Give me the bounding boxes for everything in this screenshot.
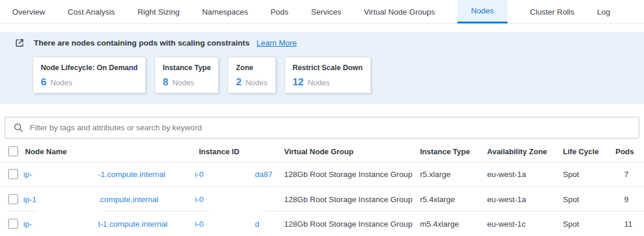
card-title: Restrict Scale Down [293,64,363,72]
card-count: 6 [41,77,46,88]
instance-id-link[interactable]: i-0 [195,195,204,204]
col-virtual-node-group: Virtual Node Group [284,147,354,155]
filter-bar [5,117,639,138]
col-pods: Pods [615,147,634,155]
tab-namespaces[interactable]: Namespaces [202,0,248,23]
row-checkbox[interactable] [8,219,18,229]
tab-overview[interactable]: Overview [12,0,45,23]
life-cycle-value: Spot [563,220,579,228]
tab-virtual-node-groups[interactable]: Virtual Node Groups [364,0,435,23]
card-unit: Nodes [246,78,268,87]
life-cycle-value: Spot [563,195,579,204]
card-unit: Nodes [172,78,194,87]
card-zone[interactable]: Zone 2 Nodes [228,57,275,93]
instance-id-link[interactable]: da87 [255,170,272,179]
col-instance-id: Instance ID [199,147,239,155]
pods-count: 9 [624,195,629,204]
tab-bar: Overview Cost Analysis Right Sizing Name… [0,0,644,24]
constraint-cards: Node Lifecycle: On Demand 6 Nodes Instan… [33,57,371,93]
instance-type-value: r5.xlarge [420,170,451,179]
node-name-link[interactable]: -1.compute.internal [98,170,166,179]
external-link-icon [15,38,24,48]
node-name-link[interactable]: .compute.internal [98,195,159,204]
instance-id-link[interactable]: d [255,220,260,228]
availability-zone-value: eu-west-1a [487,170,526,179]
filter-input[interactable] [29,123,633,133]
availability-zone-value: eu-west-1a [487,195,526,204]
scaling-constraints-banner: There are nodes containing pods with sca… [0,32,644,104]
row-checkbox[interactable] [8,195,18,204]
card-count: 2 [236,77,241,88]
learn-more-link[interactable]: Learn More [257,39,297,47]
tab-nodes[interactable]: Nodes [457,0,507,23]
tab-services[interactable]: Services [311,0,341,23]
col-life-cycle: Life Cycle [563,147,598,155]
tab-pods[interactable]: Pods [271,0,289,23]
col-node-name: Node Name [25,147,67,155]
virtual-node-group-value: 128Gb Root Storage Instance Group [284,220,412,228]
instance-id-link[interactable]: i-0 [195,170,204,179]
col-instance-type: Instance Type [420,147,470,155]
banner-message: There are nodes containing pods with sca… [34,39,250,47]
tab-right-sizing[interactable]: Right Sizing [138,0,180,23]
row-checkbox[interactable] [8,169,18,179]
tab-cost-analysis[interactable]: Cost Analysis [68,0,115,23]
card-node-lifecycle[interactable]: Node Lifecycle: On Demand 6 Nodes [33,57,146,93]
tab-cluster-rolls[interactable]: Cluster Rolls [530,0,575,23]
tab-log[interactable]: Log [597,0,610,23]
col-availability-zone: Availability Zone [487,147,547,155]
card-count: 12 [293,77,304,88]
table-row: ip- t-1.compute.internal i-0 d 128Gb Roo… [0,211,644,236]
select-all-checkbox[interactable] [8,146,18,156]
card-title: Node Lifecycle: On Demand [41,64,138,72]
node-name-link[interactable]: ip-1 [23,195,37,204]
nodes-page: Overview Cost Analysis Right Sizing Name… [0,0,644,236]
banner-header: There are nodes containing pods with sca… [15,38,297,48]
availability-zone-value: eu-west-1c [487,220,526,228]
card-restrict-scale-down[interactable]: Restrict Scale Down 12 Nodes [285,57,371,93]
pods-count: 7 [624,170,629,179]
table-row: ip- -1.compute.internal i-0 da87 128Gb R… [0,162,644,187]
instance-type-value: m5.4xlarge [420,220,459,228]
table-row: ip-1 .compute.internal i-0 128Gb Root St… [0,187,644,211]
search-icon [13,123,24,133]
node-name-link[interactable]: ip- [23,170,32,179]
card-title: Zone [236,64,267,72]
card-title: Instance Type [163,64,211,72]
instance-type-value: r5.4xlarge [420,195,455,204]
virtual-node-group-value: 128Gb Root Storage Instance Group [284,195,412,204]
node-name-link[interactable]: ip- [23,220,32,228]
node-name-link[interactable]: t-1.compute.internal [98,220,167,228]
card-count: 8 [163,77,168,88]
card-unit: Nodes [307,78,330,87]
card-instance-type[interactable]: Instance Type 8 Nodes [155,57,219,93]
life-cycle-value: Spot [563,170,579,179]
table-header: Node Name Instance ID Virtual Node Group… [0,140,644,162]
virtual-node-group-value: 128Gb Root Storage Instance Group [284,170,412,179]
instance-id-link[interactable]: i-0 [195,220,204,228]
card-unit: Nodes [50,78,72,87]
pods-count: 11 [624,220,632,228]
